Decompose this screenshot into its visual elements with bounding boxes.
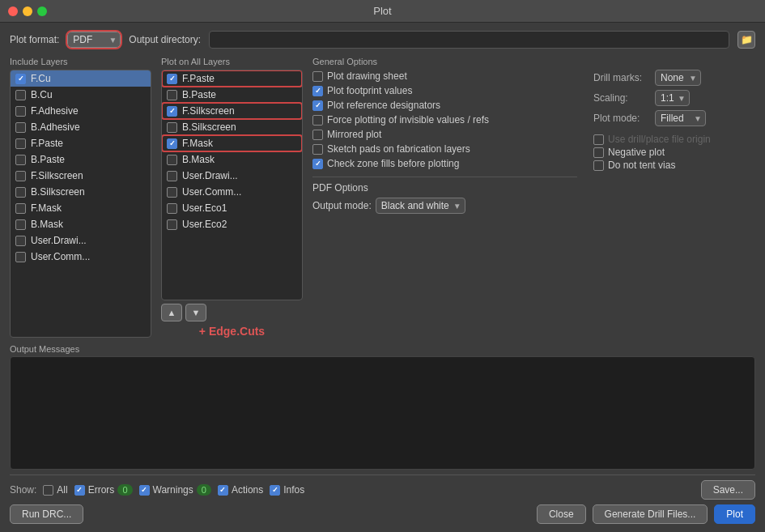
include-layer-item[interactable]: User.Comm... [11, 249, 151, 265]
maximize-button[interactable] [37, 6, 47, 16]
general-option-label: Check zone fills before plotting [327, 158, 459, 169]
scaling-select[interactable]: 1:1 1:2 2:1 [655, 90, 690, 106]
run-drc-button[interactable]: Run DRC... [10, 504, 83, 524]
show-infos-checkbox[interactable] [270, 485, 280, 496]
show-errors-checkbox[interactable] [74, 485, 85, 496]
include-layer-checkbox[interactable] [15, 74, 26, 84]
general-option-checkbox[interactable] [312, 100, 323, 111]
all-layer-item[interactable]: User.Comm... [162, 184, 302, 200]
show-actions-label: Actions [232, 484, 263, 496]
include-layer-checkbox[interactable] [15, 236, 26, 246]
all-layer-item[interactable]: B.Mask [162, 151, 302, 168]
general-option-row: Force plotting of invisible values / ref… [312, 113, 577, 126]
browse-folder-button[interactable]: 📁 [737, 31, 755, 49]
include-layers-list: F.CuB.CuF.AdhesiveB.AdhesiveF.PasteB.Pas… [10, 70, 151, 338]
drill-marks-select[interactable]: None Small Full [655, 70, 701, 86]
general-option-checkbox[interactable] [312, 115, 323, 126]
include-layer-item[interactable]: B.Mask [11, 216, 151, 232]
all-layer-label: B.Mask [182, 154, 215, 165]
all-layer-item[interactable]: F.Paste [162, 70, 302, 87]
plot-format-select[interactable]: PDF Gerber SVG DXF HPGL PS [67, 32, 121, 48]
close-window-button[interactable] [8, 6, 18, 16]
all-layer-item[interactable]: User.Drawi... [162, 168, 302, 184]
minimize-button[interactable] [23, 6, 32, 16]
all-layer-item[interactable]: F.Silkscreen [162, 103, 302, 119]
include-layer-checkbox[interactable] [15, 187, 26, 198]
include-layers-title: Include Layers [10, 57, 151, 66]
all-layer-checkbox[interactable] [167, 219, 177, 230]
include-layer-checkbox[interactable] [15, 203, 26, 214]
window-title: Plot [373, 5, 391, 17]
show-actions-checkbox[interactable] [218, 485, 228, 496]
all-layer-label: User.Drawi... [182, 170, 238, 181]
include-layer-label: B.Adhesive [31, 121, 80, 133]
output-mode-select[interactable]: Black and white Color [376, 198, 465, 214]
generate-drill-button[interactable]: Generate Drill Files... [593, 504, 708, 524]
include-layer-item[interactable]: F.Paste [11, 135, 151, 151]
include-layer-item[interactable]: F.Silkscreen [11, 168, 151, 184]
close-button[interactable]: Close [537, 504, 586, 524]
include-layer-item[interactable]: B.Paste [11, 151, 151, 168]
output-dir-input[interactable] [209, 31, 729, 49]
negative-plot-checkbox[interactable] [593, 147, 604, 158]
show-warnings-checkbox[interactable] [139, 485, 150, 496]
plot-mode-select[interactable]: Filled Sketch [655, 110, 706, 126]
include-layer-label: F.Adhesive [31, 105, 79, 117]
general-option-checkbox[interactable] [312, 86, 323, 96]
show-warnings-label: Warnings [153, 484, 193, 496]
plot-all-layers-list: F.PasteB.PasteF.SilkscreenB.SilkscreenF.… [161, 70, 303, 300]
all-layer-item[interactable]: User.Eco1 [162, 200, 302, 216]
all-layer-checkbox[interactable] [167, 171, 177, 181]
all-layer-checkbox[interactable] [167, 155, 177, 165]
negative-plot-label: Negative plot [608, 147, 665, 158]
all-layer-item[interactable]: B.Silkscreen [162, 119, 302, 135]
include-layer-item[interactable]: B.Cu [11, 87, 151, 103]
show-all-checkbox[interactable] [43, 485, 53, 496]
all-layer-checkbox[interactable] [167, 138, 177, 149]
all-layer-item[interactable]: F.Mask [162, 135, 302, 151]
use-drill-checkbox[interactable] [593, 134, 604, 145]
do-not-tent-checkbox[interactable] [593, 160, 604, 171]
include-layer-checkbox[interactable] [15, 122, 26, 133]
all-layer-checkbox[interactable] [167, 74, 177, 84]
include-layer-checkbox[interactable] [15, 106, 26, 117]
general-option-label: Plot footprint values [327, 85, 412, 96]
plot-button[interactable]: Plot [714, 504, 755, 524]
include-layer-item[interactable]: F.Cu [11, 70, 151, 87]
general-option-label: Sketch pads on fabrication layers [327, 143, 470, 155]
include-layer-checkbox[interactable] [15, 90, 26, 100]
include-layer-item[interactable]: User.Drawi... [11, 232, 151, 249]
include-layer-checkbox[interactable] [15, 219, 26, 230]
include-layer-item[interactable]: B.Adhesive [11, 119, 151, 135]
include-layer-item[interactable]: F.Adhesive [11, 103, 151, 119]
include-layer-checkbox[interactable] [15, 138, 26, 149]
include-layer-label: F.Mask [31, 202, 62, 214]
plot-mode-label: Plot mode: [593, 113, 650, 124]
save-button[interactable]: Save... [701, 480, 755, 500]
move-down-button[interactable]: ▼ [185, 304, 206, 321]
general-option-row: Check zone fills before plotting [312, 157, 577, 170]
all-layer-checkbox[interactable] [167, 187, 177, 198]
all-layer-item[interactable]: User.Eco2 [162, 216, 302, 232]
all-layer-checkbox[interactable] [167, 106, 177, 117]
pdf-options-title: PDF Options [312, 182, 577, 194]
include-layer-checkbox[interactable] [15, 155, 26, 165]
show-errors-label: Errors [88, 484, 115, 496]
general-option-checkbox[interactable] [312, 159, 323, 169]
move-up-button[interactable]: ▲ [161, 304, 182, 321]
all-layer-checkbox[interactable] [167, 203, 177, 214]
all-layer-checkbox[interactable] [167, 122, 177, 133]
general-option-row: Mirrored plot [312, 128, 577, 141]
general-option-checkbox[interactable] [312, 144, 323, 155]
include-layer-item[interactable]: B.Silkscreen [11, 184, 151, 200]
general-options-title: General Options [312, 57, 755, 66]
include-layer-checkbox[interactable] [15, 171, 26, 181]
include-layer-item[interactable]: F.Mask [11, 200, 151, 216]
all-layer-label: User.Eco1 [182, 202, 227, 214]
include-layer-checkbox[interactable] [15, 252, 26, 262]
all-layer-checkbox[interactable] [167, 90, 177, 100]
output-mode-label: Output mode: [312, 200, 372, 211]
all-layer-item[interactable]: B.Paste [162, 87, 302, 103]
general-option-checkbox[interactable] [312, 71, 323, 82]
general-option-checkbox[interactable] [312, 130, 323, 140]
